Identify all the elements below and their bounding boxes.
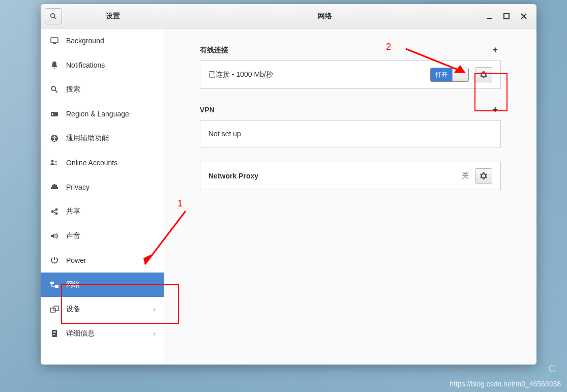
svg-point-13: [54, 136, 55, 137]
gear-icon: [480, 172, 488, 180]
bell-icon: [50, 61, 59, 70]
chevron-right-icon: ›: [153, 329, 156, 338]
sidebar-item-accessibility[interactable]: 通用辅助功能: [41, 126, 164, 150]
titlebar-left: 设置: [41, 4, 164, 28]
search-icon: [50, 85, 59, 94]
sidebar-item-privacy[interactable]: Privacy: [41, 175, 164, 199]
gear-icon: [480, 71, 488, 79]
sidebar-item-power[interactable]: Power: [41, 248, 164, 273]
svg-rect-21: [50, 282, 54, 284]
svg-line-1: [54, 17, 56, 19]
settings-window: 设置 网络 Background Notifications 搜索: [41, 4, 536, 365]
svg-line-9: [55, 90, 57, 93]
globe-icon: [50, 109, 59, 118]
svg-rect-6: [51, 38, 58, 43]
close-button[interactable]: [520, 13, 527, 20]
minimize-icon: [486, 13, 492, 19]
wired-settings-button[interactable]: [475, 67, 492, 82]
svg-point-17: [55, 208, 58, 211]
svg-rect-22: [55, 285, 58, 288]
corner-letter: C: [549, 363, 556, 375]
sidebar-item-online-accounts[interactable]: Online Accounts: [41, 150, 164, 175]
add-wired-button[interactable]: +: [489, 44, 501, 56]
maximize-icon: [503, 13, 510, 19]
svg-line-20: [53, 212, 55, 213]
svg-line-19: [53, 210, 55, 211]
switch-knob: [452, 68, 468, 81]
svg-rect-23: [50, 308, 55, 312]
svg-rect-7: [53, 43, 56, 44]
svg-rect-26: [53, 331, 56, 331]
svg-rect-28: [53, 334, 55, 335]
sidebar-item-search[interactable]: 搜索: [41, 77, 164, 102]
sidebar-item-notifications[interactable]: Notifications: [41, 53, 164, 77]
window-body: Background Notifications 搜索 Region & Lan…: [41, 28, 536, 365]
watermark: https://blog.csdn.net/m0_46563938: [450, 380, 561, 388]
sidebar-item-label: 声音: [66, 231, 80, 240]
vpn-title: VPN: [200, 106, 215, 114]
close-icon: [521, 13, 527, 19]
content-area: 有线连接 + 已连接 - 1000 Mb/秒 打开 VPN +: [164, 28, 536, 365]
minimize-button[interactable]: [486, 13, 493, 20]
maximize-button[interactable]: [503, 13, 510, 20]
sidebar-item-label: 详细信息: [66, 329, 95, 338]
sidebar-item-label: Privacy: [66, 183, 89, 191]
switch-on-label: 打开: [431, 68, 452, 81]
proxy-title: Network Proxy: [208, 172, 456, 180]
accounts-icon: [50, 158, 59, 167]
wired-row: 已连接 - 1000 Mb/秒 打开: [200, 61, 500, 88]
sidebar-item-label: 设备: [66, 305, 80, 314]
accessibility-icon: [50, 134, 59, 143]
sidebar-item-sharing[interactable]: 共享: [41, 199, 164, 224]
vpn-row: Not set up: [200, 120, 500, 147]
sidebar-item-background[interactable]: Background: [41, 28, 164, 53]
sidebar-item-label: 搜索: [66, 85, 80, 94]
wired-header: 有线连接 +: [200, 44, 501, 56]
network-icon: [50, 280, 59, 289]
sidebar-item-network[interactable]: 网络: [41, 273, 164, 297]
info-icon: [50, 329, 59, 338]
svg-rect-27: [53, 333, 56, 333]
titlebar: 设置 网络: [41, 4, 536, 28]
wired-status: 已连接 - 1000 Mb/秒: [208, 70, 424, 79]
sidebar-item-sound[interactable]: 声音: [41, 224, 164, 248]
chevron-right-icon: ›: [153, 305, 156, 313]
devices-icon: [50, 305, 59, 314]
sidebar-item-label: 共享: [66, 207, 80, 216]
vpn-header: VPN +: [200, 103, 501, 116]
add-vpn-button[interactable]: +: [489, 103, 501, 116]
search-button[interactable]: [45, 8, 62, 24]
sidebar-item-details[interactable]: 详细信息 ›: [41, 321, 164, 346]
svg-point-11: [52, 113, 53, 115]
sidebar-item-label: 通用辅助功能: [66, 134, 109, 143]
wired-title: 有线连接: [200, 46, 228, 55]
page-title: 网络: [164, 12, 486, 21]
svg-point-18: [55, 213, 58, 215]
sound-icon: [50, 231, 59, 240]
sidebar-item-region[interactable]: Region & Language: [41, 102, 164, 126]
vpn-panel: Not set up: [200, 120, 501, 147]
sidebar-title: 设置: [62, 12, 164, 21]
svg-point-16: [51, 210, 54, 213]
vpn-status: Not set up: [208, 130, 492, 138]
wired-switch[interactable]: 打开: [430, 68, 469, 82]
sidebar-item-label: Region & Language: [66, 110, 129, 118]
sidebar-item-label: Background: [66, 37, 104, 45]
proxy-status: 关: [462, 171, 469, 180]
search-icon: [50, 13, 57, 20]
wired-panel: 已连接 - 1000 Mb/秒 打开: [200, 61, 501, 89]
display-icon: [50, 36, 59, 45]
power-icon: [50, 256, 59, 265]
svg-rect-2: [487, 18, 492, 19]
svg-point-14: [51, 160, 54, 163]
proxy-panel: Network Proxy 关: [200, 162, 501, 190]
sidebar-item-label: 网络: [66, 280, 80, 289]
sidebar-item-devices[interactable]: 设备 ›: [41, 297, 164, 321]
sidebar-item-label: Online Accounts: [66, 159, 117, 167]
share-icon: [50, 207, 59, 216]
proxy-row[interactable]: Network Proxy 关: [200, 162, 500, 190]
svg-rect-3: [504, 14, 509, 19]
proxy-settings-button[interactable]: [475, 168, 492, 184]
svg-point-0: [51, 13, 55, 17]
svg-point-15: [55, 161, 57, 163]
